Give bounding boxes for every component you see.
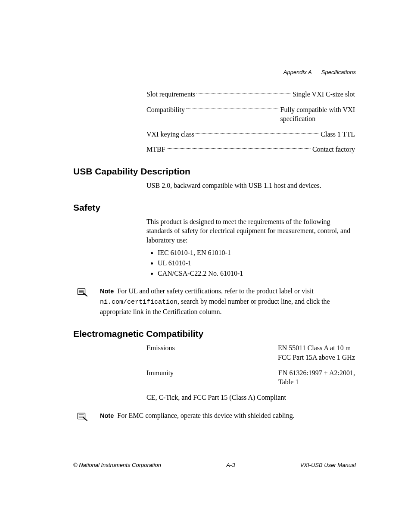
- note-label: Note: [100, 288, 114, 295]
- note-label: Note: [100, 412, 114, 419]
- note-body: Note For EMC compliance, operate this de…: [100, 411, 355, 420]
- dot-leader: [196, 87, 291, 93]
- spec-row: Slot requirements Single VXI C-size slot: [146, 90, 355, 99]
- running-header: Appendix ASpecifications: [283, 69, 356, 75]
- note-url: ni.com/certification: [100, 299, 177, 306]
- footer-right: VXI-USB User Manual: [300, 462, 356, 468]
- header-title: Specifications: [321, 69, 356, 75]
- note-text: For EMC compliance, operate this device …: [117, 412, 294, 419]
- spec-label: Compatibility: [146, 105, 185, 115]
- dot-leader: [167, 143, 311, 149]
- dot-leader: [196, 128, 319, 134]
- emc-compliance: CE, C-Tick, and FCC Part 15 (Class A) Co…: [146, 393, 355, 402]
- safety-note: Note For UL and other safety certificati…: [77, 286, 359, 317]
- spec-label: MTBF: [146, 145, 165, 154]
- spec-label: Slot requirements: [146, 90, 195, 99]
- note-icon: [77, 411, 88, 422]
- list-item: IEC 61010-1, EN 61010-1: [158, 249, 359, 257]
- page: Appendix ASpecifications Slot requiremen…: [0, 0, 411, 532]
- emc-spec-block: Emissions EN 55011 Class A at 10 m FCC P…: [146, 343, 355, 386]
- safety-bullets: IEC 61010-1, EN 61010-1 UL 61010-1 CAN/C…: [146, 249, 359, 277]
- emc-note: Note For EMC compliance, operate this de…: [77, 411, 359, 422]
- spec-value: Single VXI C-size slot: [293, 90, 355, 99]
- spec-value: Fully compatible with VXI specification: [280, 105, 355, 124]
- section-heading-emc: Electromagnetic Compatibility: [73, 329, 359, 339]
- page-footer: © National Instruments Corporation A-3 V…: [73, 462, 356, 468]
- footer-left: © National Instruments Corporation: [73, 462, 161, 468]
- note-text-pre: For UL and other safety certifications, …: [117, 287, 314, 295]
- dot-leader: [175, 366, 277, 372]
- spec-label: Immunity: [146, 368, 174, 378]
- section-heading-safety: Safety: [73, 202, 359, 213]
- spec-label: VXI keying class: [146, 130, 194, 139]
- spec-value: Contact factory: [312, 145, 355, 154]
- top-spec-block: Slot requirements Single VXI C-size slot…: [146, 90, 355, 154]
- content-area: Slot requirements Single VXI C-size slot…: [73, 90, 359, 422]
- spec-row: MTBF Contact factory: [146, 145, 355, 154]
- spec-value: EN 61326:1997 + A2:2001, Table 1: [278, 368, 355, 387]
- spec-row: VXI keying class Class 1 TTL: [146, 130, 355, 139]
- section-heading-usb: USB Capability Description: [73, 166, 359, 177]
- usb-body: USB 2.0, backward compatible with USB 1.…: [146, 181, 355, 190]
- dot-leader: [176, 341, 277, 347]
- spec-row: Immunity EN 61326:1997 + A2:2001, Table …: [146, 368, 355, 387]
- footer-page-number: A-3: [226, 462, 235, 468]
- spec-label: Emissions: [146, 343, 175, 353]
- spec-row: Emissions EN 55011 Class A at 10 m FCC P…: [146, 343, 355, 362]
- note-icon: [77, 287, 88, 297]
- note-body: Note For UL and other safety certificati…: [100, 286, 355, 317]
- dot-leader: [186, 103, 279, 109]
- list-item: CAN/CSA-C22.2 No. 61010-1: [158, 270, 359, 277]
- spec-value: Class 1 TTL: [321, 130, 355, 139]
- safety-intro: This product is designed to meet the req…: [146, 217, 355, 245]
- appendix-label: Appendix A: [283, 69, 312, 75]
- spec-value: EN 55011 Class A at 10 m FCC Part 15A ab…: [278, 343, 355, 362]
- spec-row: Compatibility Fully compatible with VXI …: [146, 105, 355, 124]
- list-item: UL 61010-1: [158, 259, 359, 267]
